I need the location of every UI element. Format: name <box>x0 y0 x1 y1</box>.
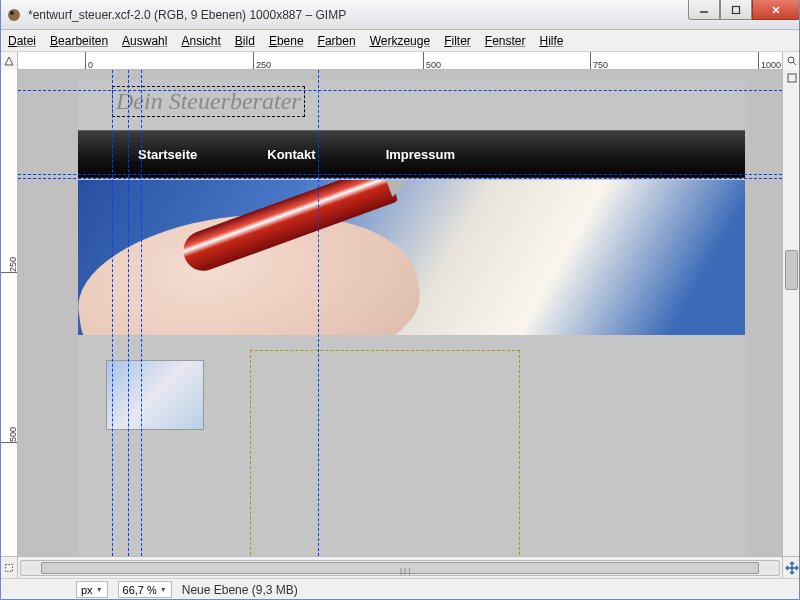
layer-boundary <box>250 350 520 556</box>
menu-bearbeiten[interactable]: Bearbeiten <box>50 34 108 48</box>
design-hero-image <box>78 180 745 335</box>
close-button[interactable] <box>752 0 800 20</box>
ruler-vertical[interactable]: 250500 <box>0 70 18 556</box>
menu-hilfe[interactable]: Hilfe <box>540 34 564 48</box>
svg-rect-3 <box>733 6 740 13</box>
nav-impressum: Impressum <box>386 147 455 162</box>
design-heading: Dein Steuerberater <box>116 88 301 115</box>
quickmask-icon[interactable] <box>783 70 800 86</box>
svg-point-1 <box>10 11 14 15</box>
ruler-row: 02505007501000 <box>0 52 800 70</box>
dropdown-icon: ▼ <box>160 586 167 593</box>
menu-ebene[interactable]: Ebene <box>269 34 304 48</box>
unit-selector[interactable]: px ▼ <box>76 581 108 598</box>
right-scrollbar-area <box>782 70 800 556</box>
ruler-tick: 250 <box>0 255 18 273</box>
app-icon <box>6 7 22 23</box>
bottom-scroll-row: ||| <box>0 556 800 578</box>
status-bar: px ▼ 66,7 % ▼ Neue Ebene (9,3 MB) <box>0 578 800 600</box>
nav-startseite: Startseite <box>138 147 197 162</box>
maximize-button[interactable] <box>720 0 752 20</box>
menu-werkzeuge[interactable]: Werkzeuge <box>370 34 430 48</box>
ruler-horizontal[interactable]: 02505007501000 <box>18 52 782 69</box>
ruler-origin-toggle[interactable] <box>0 52 18 70</box>
zoom-fit-button[interactable] <box>782 52 800 70</box>
menu-datei[interactable]: Datei <box>8 34 36 48</box>
ruler-tick: 500 <box>423 52 441 69</box>
image-canvas[interactable]: Dein Steuerberater Startseite Kontakt Im… <box>78 80 745 556</box>
minimize-button[interactable] <box>688 0 720 20</box>
zoom-selector[interactable]: 66,7 % ▼ <box>118 581 172 598</box>
zoom-value: 66,7 % <box>123 584 157 596</box>
canvas-area[interactable]: Dein Steuerberater Startseite Kontakt Im… <box>18 70 782 556</box>
ruler-tick: 0 <box>85 52 93 69</box>
menu-auswahl[interactable]: Auswahl <box>122 34 167 48</box>
ruler-tick: 250 <box>253 52 271 69</box>
svg-line-7 <box>793 62 796 65</box>
design-thumbnail <box>106 360 204 430</box>
menu-bild[interactable]: Bild <box>235 34 255 48</box>
quickmask-toggle[interactable] <box>0 557 18 579</box>
menu-farben[interactable]: Farben <box>318 34 356 48</box>
dropdown-icon: ▼ <box>96 586 103 593</box>
ruler-tick: 750 <box>590 52 608 69</box>
window-title: *entwurf_steuer.xcf-2.0 (RGB, 9 Ebenen) … <box>28 8 794 22</box>
ruler-tick: 1000 <box>758 52 781 69</box>
design-navbar: Startseite Kontakt Impressum <box>78 130 745 178</box>
nav-kontakt: Kontakt <box>267 147 315 162</box>
menu-ansicht[interactable]: Ansicht <box>181 34 220 48</box>
svg-point-0 <box>8 9 20 21</box>
ruler-tick: 500 <box>0 425 18 443</box>
menu-fenster[interactable]: Fenster <box>485 34 526 48</box>
menu-filter[interactable]: Filter <box>444 34 471 48</box>
layer-status-text: Neue Ebene (9,3 MB) <box>182 583 298 597</box>
svg-rect-8 <box>788 74 796 82</box>
menu-bar: Datei Bearbeiten Auswahl Ansicht Bild Eb… <box>0 30 800 52</box>
window-titlebar: *entwurf_steuer.xcf-2.0 (RGB, 9 Ebenen) … <box>0 0 800 30</box>
unit-label: px <box>81 584 93 596</box>
horizontal-scrollbar[interactable]: ||| <box>20 560 780 576</box>
svg-rect-9 <box>5 564 12 571</box>
navigation-icon[interactable] <box>782 557 800 579</box>
vertical-scrollbar[interactable] <box>785 250 798 290</box>
